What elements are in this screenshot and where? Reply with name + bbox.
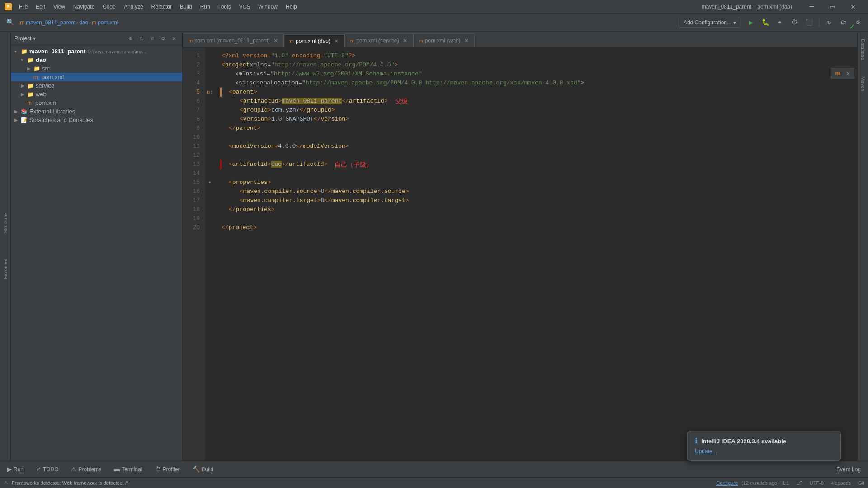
window-title: maven_0811_parent – pom.xml (dao) — [702, 4, 792, 10]
event-log-label: Event Log — [836, 466, 861, 473]
code-line-20: </project> — [222, 223, 857, 232]
folder-icon-src: 📁 — [33, 66, 40, 72]
menu-view[interactable]: View — [50, 3, 69, 11]
terminal-button[interactable]: ▬ Terminal — [110, 465, 146, 474]
menu-vcs[interactable]: VCS — [236, 3, 254, 11]
code-area[interactable]: <?xml version="1.0" encoding="UTF-8"?> <… — [214, 48, 857, 461]
close-panel-icon[interactable]: ✕ — [170, 34, 179, 43]
event-log-button[interactable]: Event Log — [833, 465, 864, 474]
breadcrumb-icon: m — [20, 19, 24, 26]
tree-item-root[interactable]: ▾ 📁 maven_0811_parent D:\java-maven-spac… — [11, 47, 182, 56]
breadcrumb-root[interactable]: maven_0811_parent — [26, 19, 75, 26]
favorites-tab[interactable]: Favorites — [1, 255, 10, 283]
tree-item-pom-root[interactable]: ▶ m pom.xml — [11, 99, 182, 107]
menu-build[interactable]: Build — [176, 3, 196, 11]
editor-content[interactable]: 1 2 3 4 5 6 7 8 9 10 11 12 13 14 15 16 1… — [183, 48, 857, 461]
stop-button[interactable]: ⬛ — [802, 16, 815, 29]
xml-icon-pom-root: m — [27, 100, 32, 106]
locate-file-icon[interactable]: ⊕ — [126, 34, 135, 43]
add-configuration-button[interactable]: Add Configuration... ▾ — [679, 18, 741, 28]
settings-icon[interactable]: ⚙ — [159, 34, 168, 43]
position-indicator[interactable]: 1:1 — [783, 480, 789, 486]
add-config-dropdown-icon: ▾ — [733, 19, 736, 26]
tree-item-src[interactable]: ▶ 📁 src — [11, 64, 182, 73]
database-tab[interactable]: Database — [859, 35, 868, 64]
fold-4 — [205, 79, 214, 88]
annotation-self: 自己（子级） — [335, 160, 373, 169]
coverage-button[interactable]: ☂ — [774, 16, 786, 29]
build-button[interactable]: 🔨 Build — [189, 465, 217, 474]
minimize-button[interactable]: ─ — [801, 0, 822, 14]
breadcrumb-dao[interactable]: dao — [79, 19, 88, 26]
debug-button[interactable]: 🐛 — [759, 16, 772, 29]
menu-analyze[interactable]: Analyze — [120, 3, 147, 11]
profiler-button[interactable]: ⏱ Profiler — [151, 465, 184, 474]
tab-icon-web: m — [419, 38, 423, 43]
tab-pom-web[interactable]: m pom.xml (web) ✕ — [413, 33, 475, 47]
search-icon[interactable]: 🔍 — [4, 16, 16, 29]
window-controls: ─ ▭ ✕ — [801, 0, 863, 14]
menu-run[interactable]: Run — [197, 3, 214, 11]
tab-close-parent[interactable]: ✕ — [274, 38, 278, 44]
indent-indicator[interactable]: 4 spaces — [831, 480, 851, 486]
maven-tab[interactable]: Maven — [859, 73, 868, 95]
tab-pom-parent[interactable]: m pom.xml (maven_0811_parent) ✕ — [183, 33, 284, 47]
tab-close-dao[interactable]: ✕ — [334, 38, 339, 44]
maven-popup-close[interactable]: ✕ — [846, 70, 850, 77]
code-line-10 — [222, 133, 857, 142]
tree-item-pom-dao[interactable]: ▶ m pom.xml — [11, 73, 182, 81]
problems-button[interactable]: ⚠ Problems — [67, 465, 105, 474]
fold-18 — [205, 205, 214, 214]
notification-update-link[interactable]: Update... — [695, 448, 717, 455]
ext-libs-icon: 📚 — [21, 108, 28, 115]
fold-1 — [205, 52, 214, 61]
menu-edit[interactable]: Edit — [32, 3, 49, 11]
fold-5-bookmark[interactable]: m↕ — [205, 88, 214, 97]
tree-label-ext-libs: External Libraries — [29, 108, 75, 115]
menu-code[interactable]: Code — [99, 3, 119, 11]
fold-19 — [205, 214, 214, 223]
fold-8 — [205, 115, 214, 124]
tab-icon-service: m — [350, 38, 354, 43]
run-bottom-button[interactable]: ▶ Run — [4, 465, 27, 474]
todo-button[interactable]: ✓ TODO — [33, 465, 62, 474]
menu-file[interactable]: File — [15, 3, 31, 11]
tree-item-web[interactable]: ▶ 📁 web — [11, 90, 182, 99]
fold-15[interactable]: ▾ — [205, 178, 214, 187]
tab-close-service[interactable]: ✕ — [403, 38, 407, 44]
tab-label-web: pom.xml (web) — [425, 38, 461, 44]
fold-16 — [205, 187, 214, 196]
maven-popup-icon: m — [835, 70, 840, 77]
menu-tools[interactable]: Tools — [215, 3, 235, 11]
tree-item-dao[interactable]: ▾ 📁 dao — [11, 56, 182, 64]
breadcrumb-file[interactable]: pom.xml — [98, 19, 118, 26]
menu-help[interactable]: Help — [282, 3, 301, 11]
run-icon: ▶ — [7, 466, 12, 473]
status-bar: ⚠ Frameworks detected: Web framework is … — [0, 477, 868, 488]
tab-pom-dao[interactable]: m pom.xml (dao) ✕ — [284, 34, 344, 48]
tab-close-web[interactable]: ✕ — [464, 38, 469, 44]
maximize-button[interactable]: ▭ — [822, 0, 843, 14]
collapse-all-icon[interactable]: ⇄ — [148, 34, 157, 43]
tree-label-src: src — [42, 65, 50, 72]
menu-window[interactable]: Window — [255, 3, 281, 11]
branch-indicator: Git — [858, 480, 864, 486]
encoding-indicator[interactable]: UTF-8 — [810, 480, 824, 486]
sync-button[interactable]: ↻ — [823, 16, 835, 29]
tree-item-service[interactable]: ▶ 📁 service — [11, 81, 182, 90]
close-button[interactable]: ✕ — [843, 0, 863, 14]
status-time: (12 minutes ago) — [741, 480, 779, 486]
run-label: Run — [14, 466, 24, 473]
project-structure-button[interactable]: 🗂 — [837, 16, 850, 29]
menu-navigate[interactable]: Navigate — [70, 3, 98, 11]
code-line-9: </parent> — [222, 124, 857, 133]
menu-refactor[interactable]: Refactor — [148, 3, 175, 11]
tab-pom-service[interactable]: m pom.xml (service) ✕ — [344, 33, 413, 47]
profile-button[interactable]: ⏱ — [788, 16, 801, 29]
tree-item-external-libs[interactable]: ▶ 📚 External Libraries — [11, 107, 182, 116]
structure-tab[interactable]: Structure — [1, 210, 10, 237]
configure-link[interactable]: Configure — [716, 480, 738, 486]
run-button[interactable]: ▶ — [745, 16, 757, 29]
tree-item-scratches[interactable]: ▶ 📝 Scratches and Consoles — [11, 116, 182, 124]
expand-all-icon[interactable]: ⇅ — [137, 34, 146, 43]
